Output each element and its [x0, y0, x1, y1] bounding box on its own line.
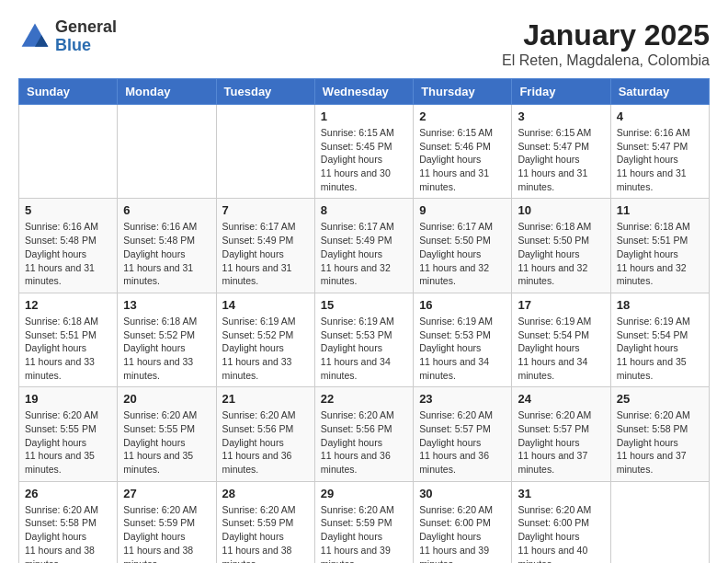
day-info: Sunrise: 6:18 AMSunset: 5:51 PMDaylight … — [617, 220, 703, 287]
day-number: 2 — [419, 109, 506, 123]
day-info: Sunrise: 6:20 AMSunset: 5:56 PMDaylight … — [321, 408, 407, 476]
day-info: Sunrise: 6:18 AMSunset: 5:52 PMDaylight … — [123, 315, 210, 382]
day-info: Sunrise: 6:15 AMSunset: 5:46 PMDaylight … — [419, 126, 506, 193]
day-number: 13 — [123, 298, 210, 312]
table-row: 27Sunrise: 6:20 AMSunset: 5:59 PMDayligh… — [118, 481, 216, 563]
table-row: 19Sunrise: 6:20 AMSunset: 5:55 PMDayligh… — [19, 387, 118, 481]
day-info: Sunrise: 6:15 AMSunset: 5:47 PMDaylight … — [518, 126, 604, 193]
day-info: Sunrise: 6:20 AMSunset: 5:57 PMDaylight … — [518, 408, 604, 476]
day-info: Sunrise: 6:17 AMSunset: 5:49 PMDaylight … — [321, 220, 407, 287]
day-info: Sunrise: 6:20 AMSunset: 5:59 PMDaylight … — [321, 503, 407, 563]
day-info: Sunrise: 6:20 AMSunset: 6:00 PMDaylight … — [518, 503, 604, 563]
day-info: Sunrise: 6:19 AMSunset: 5:54 PMDaylight … — [518, 315, 604, 382]
day-info: Sunrise: 6:20 AMSunset: 5:56 PMDaylight … — [222, 408, 309, 476]
day-info: Sunrise: 6:20 AMSunset: 5:58 PMDaylight … — [617, 408, 703, 476]
day-number: 29 — [321, 487, 407, 500]
day-info: Sunrise: 6:20 AMSunset: 6:00 PMDaylight … — [419, 503, 506, 563]
logo-text: General Blue — [55, 18, 117, 55]
logo-blue: Blue — [55, 36, 91, 54]
day-info: Sunrise: 6:17 AMSunset: 5:50 PMDaylight … — [419, 220, 506, 287]
day-info: Sunrise: 6:16 AMSunset: 5:47 PMDaylight … — [617, 126, 703, 193]
table-row: 11Sunrise: 6:18 AMSunset: 5:51 PMDayligh… — [610, 199, 709, 293]
table-row: 10Sunrise: 6:18 AMSunset: 5:50 PMDayligh… — [512, 199, 610, 293]
day-number: 22 — [321, 392, 407, 406]
day-info: Sunrise: 6:20 AMSunset: 5:59 PMDaylight … — [123, 503, 210, 563]
calendar: Sunday Monday Tuesday Wednesday Thursday… — [18, 78, 710, 563]
table-row: 5Sunrise: 6:16 AMSunset: 5:48 PMDaylight… — [19, 199, 118, 293]
day-number: 17 — [518, 298, 604, 312]
logo-general: General — [55, 17, 117, 36]
day-info: Sunrise: 6:18 AMSunset: 5:50 PMDaylight … — [518, 220, 604, 287]
day-info: Sunrise: 6:20 AMSunset: 5:55 PMDaylight … — [123, 408, 210, 476]
day-number: 21 — [222, 392, 309, 406]
title-area: January 2025 El Reten, Magdalena, Colomb… — [502, 18, 710, 69]
day-number: 30 — [419, 487, 506, 500]
day-info: Sunrise: 6:19 AMSunset: 5:54 PMDaylight … — [617, 315, 703, 382]
day-info: Sunrise: 6:20 AMSunset: 5:59 PMDaylight … — [222, 503, 309, 563]
table-row: 12Sunrise: 6:18 AMSunset: 5:51 PMDayligh… — [19, 293, 118, 386]
day-number: 5 — [25, 203, 111, 217]
table-row: 26Sunrise: 6:20 AMSunset: 5:58 PMDayligh… — [19, 481, 118, 563]
table-row: 30Sunrise: 6:20 AMSunset: 6:00 PMDayligh… — [414, 481, 512, 563]
table-row: 1Sunrise: 6:15 AMSunset: 5:45 PMDaylight… — [314, 105, 413, 199]
day-info: Sunrise: 6:19 AMSunset: 5:52 PMDaylight … — [222, 315, 309, 382]
table-row: 16Sunrise: 6:19 AMSunset: 5:53 PMDayligh… — [414, 293, 512, 386]
day-info: Sunrise: 6:16 AMSunset: 5:48 PMDaylight … — [123, 220, 210, 287]
col-sunday: Sunday — [19, 79, 118, 105]
col-tuesday: Tuesday — [216, 79, 314, 105]
day-number: 9 — [419, 203, 506, 217]
table-row — [19, 105, 118, 199]
day-number: 28 — [222, 487, 309, 500]
location-title: El Reten, Magdalena, Colombia — [502, 52, 710, 69]
day-number: 19 — [25, 392, 111, 406]
table-row: 13Sunrise: 6:18 AMSunset: 5:52 PMDayligh… — [118, 293, 216, 386]
calendar-week-row: 19Sunrise: 6:20 AMSunset: 5:55 PMDayligh… — [19, 387, 710, 481]
day-number: 6 — [123, 203, 210, 217]
table-row: 8Sunrise: 6:17 AMSunset: 5:49 PMDaylight… — [314, 199, 413, 293]
day-number: 4 — [617, 109, 703, 123]
day-info: Sunrise: 6:20 AMSunset: 5:57 PMDaylight … — [419, 408, 506, 476]
calendar-week-row: 26Sunrise: 6:20 AMSunset: 5:58 PMDayligh… — [19, 481, 710, 563]
day-number: 31 — [518, 487, 604, 500]
table-row: 28Sunrise: 6:20 AMSunset: 5:59 PMDayligh… — [216, 481, 314, 563]
col-wednesday: Wednesday — [314, 79, 413, 105]
day-number: 18 — [617, 298, 703, 312]
day-number: 12 — [25, 298, 111, 312]
day-info: Sunrise: 6:19 AMSunset: 5:53 PMDaylight … — [419, 315, 506, 382]
day-info: Sunrise: 6:15 AMSunset: 5:45 PMDaylight … — [321, 126, 407, 193]
day-info: Sunrise: 6:20 AMSunset: 5:55 PMDaylight … — [25, 408, 111, 476]
month-title: January 2025 — [502, 18, 710, 52]
col-friday: Friday — [512, 79, 610, 105]
table-row: 29Sunrise: 6:20 AMSunset: 5:59 PMDayligh… — [314, 481, 413, 563]
logo: General Blue — [18, 18, 117, 55]
day-number: 20 — [123, 392, 210, 406]
table-row: 15Sunrise: 6:19 AMSunset: 5:53 PMDayligh… — [314, 293, 413, 386]
day-info: Sunrise: 6:20 AMSunset: 5:58 PMDaylight … — [25, 503, 111, 563]
calendar-header-row: Sunday Monday Tuesday Wednesday Thursday… — [19, 79, 710, 105]
day-number: 27 — [123, 487, 210, 500]
table-row: 25Sunrise: 6:20 AMSunset: 5:58 PMDayligh… — [610, 387, 709, 481]
calendar-week-row: 12Sunrise: 6:18 AMSunset: 5:51 PMDayligh… — [19, 293, 710, 386]
col-thursday: Thursday — [414, 79, 512, 105]
day-number: 7 — [222, 203, 309, 217]
table-row: 6Sunrise: 6:16 AMSunset: 5:48 PMDaylight… — [118, 199, 216, 293]
calendar-week-row: 1Sunrise: 6:15 AMSunset: 5:45 PMDaylight… — [19, 105, 710, 199]
day-number: 16 — [419, 298, 506, 312]
table-row: 17Sunrise: 6:19 AMSunset: 5:54 PMDayligh… — [512, 293, 610, 386]
table-row: 18Sunrise: 6:19 AMSunset: 5:54 PMDayligh… — [610, 293, 709, 386]
day-number: 8 — [321, 203, 407, 217]
table-row: 9Sunrise: 6:17 AMSunset: 5:50 PMDaylight… — [414, 199, 512, 293]
day-number: 24 — [518, 392, 604, 406]
day-info: Sunrise: 6:19 AMSunset: 5:53 PMDaylight … — [321, 315, 407, 382]
table-row: 21Sunrise: 6:20 AMSunset: 5:56 PMDayligh… — [216, 387, 314, 481]
table-row: 3Sunrise: 6:15 AMSunset: 5:47 PMDaylight… — [512, 105, 610, 199]
day-number: 3 — [518, 109, 604, 123]
table-row — [118, 105, 216, 199]
day-number: 1 — [321, 109, 407, 123]
table-row — [216, 105, 314, 199]
table-row: 7Sunrise: 6:17 AMSunset: 5:49 PMDaylight… — [216, 199, 314, 293]
day-info: Sunrise: 6:17 AMSunset: 5:49 PMDaylight … — [222, 220, 309, 287]
col-monday: Monday — [118, 79, 216, 105]
table-row: 24Sunrise: 6:20 AMSunset: 5:57 PMDayligh… — [512, 387, 610, 481]
day-number: 14 — [222, 298, 309, 312]
